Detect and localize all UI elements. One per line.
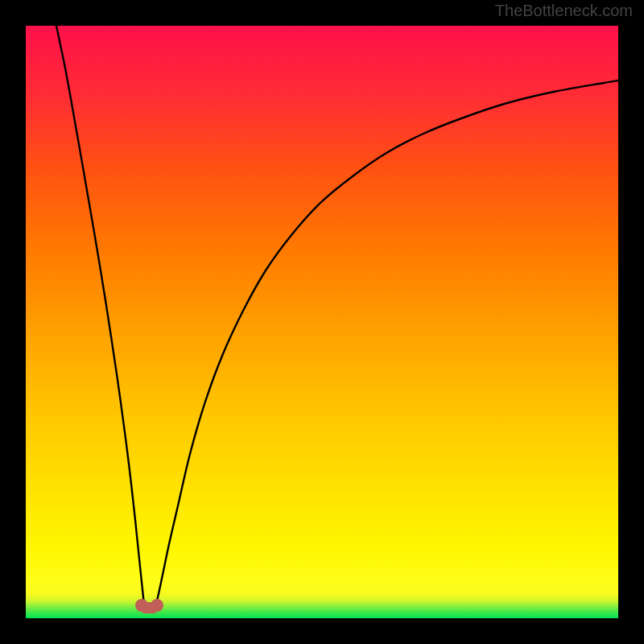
curve-right-branch [155, 80, 618, 609]
chart-frame: TheBottleneck.com [0, 0, 644, 644]
curve-left-branch [56, 26, 145, 609]
curves [56, 26, 618, 609]
watermark-text: TheBottleneck.com [495, 2, 633, 20]
marker-pt-b [151, 599, 163, 612]
curve-layer [26, 26, 618, 618]
marker-pt-a [135, 599, 148, 612]
plot-area [26, 26, 618, 618]
